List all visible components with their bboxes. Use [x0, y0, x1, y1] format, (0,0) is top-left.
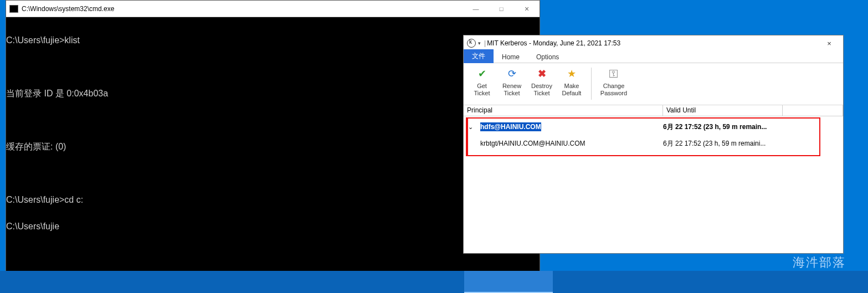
title-separator: |: [484, 39, 486, 47]
minimize-button[interactable]: —: [463, 1, 489, 17]
desktop-watermark: 海汼部落: [793, 254, 846, 271]
taskbar[interactable]: [0, 271, 868, 293]
maximize-button[interactable]: □: [489, 1, 514, 17]
console-line: 缓存的票证: (0): [6, 142, 540, 151]
get-ticket-button[interactable]: ✔ Get Ticket: [468, 66, 496, 97]
column-principal[interactable]: Principal: [464, 105, 663, 116]
btn-label-l1: Destroy: [531, 83, 552, 90]
cmd-titlebar[interactable]: C:\Windows\system32\cmd.exe — □ ×: [6, 1, 540, 17]
console-line: [6, 116, 540, 125]
btn-label-l2: Default: [562, 90, 582, 97]
toolbar-separator: [591, 68, 592, 100]
tab-options[interactable]: Options: [528, 51, 567, 63]
renew-ticket-button[interactable]: ⟳ Renew Ticket: [498, 66, 526, 97]
ticket-principal: hdfs@HAINIU.COM: [480, 122, 541, 131]
console-line: 当前登录 ID 是 0:0x4b03a: [6, 89, 540, 98]
refresh-icon: ⟳: [505, 66, 519, 81]
taskbar-app-button[interactable]: [464, 271, 553, 293]
column-valid[interactable]: Valid Until: [663, 105, 783, 116]
delete-icon: ✖: [535, 66, 549, 81]
console-line: C:\Users\fujie: [6, 222, 540, 231]
btn-label-l1: Make: [564, 83, 579, 90]
btn-label-l2: Password: [600, 90, 627, 97]
console-line: [6, 169, 540, 178]
ticket-get-icon: ✔: [475, 66, 489, 81]
cmd-title: C:\Windows\system32\cmd.exe: [22, 5, 463, 13]
btn-label-l2: Ticket: [474, 90, 490, 97]
ticket-valid: 6月 22 17:52 (23 h, 59 m remain...: [663, 122, 807, 132]
btn-label-l1: Get: [477, 83, 487, 90]
kerberos-app-icon: [467, 39, 476, 48]
btn-label-l1: Renew: [502, 83, 521, 90]
btn-label-l1: Change: [603, 83, 625, 90]
console-output[interactable]: C:\Users\fujie>klist 当前登录 ID 是 0:0x4b03a…: [6, 17, 540, 293]
ribbon-tabs: 文件 Home Options: [464, 51, 843, 63]
ticket-columns: Principal Valid Until: [464, 105, 843, 116]
tab-file[interactable]: 文件: [464, 49, 494, 63]
ticket-principal: krbtgt/HAINIU.COM@HAINIU.COM: [480, 140, 585, 147]
cmd-icon: [9, 5, 18, 13]
console-line: C:\Users\fujie>klist: [6, 36, 540, 45]
close-button[interactable]: ×: [514, 1, 540, 17]
column-empty[interactable]: [783, 105, 843, 116]
star-icon: ★: [564, 66, 579, 81]
ticket-row[interactable]: ⌄ hdfs@HAINIU.COM 6月 22 17:52 (23 h, 59 …: [464, 119, 843, 135]
close-button[interactable]: ×: [816, 36, 842, 50]
quick-access-dropdown-icon[interactable]: ▾: [478, 40, 481, 46]
console-line: [6, 249, 540, 258]
btn-label-l2: Ticket: [534, 90, 550, 97]
tab-home[interactable]: Home: [494, 51, 528, 63]
kerberos-window: ▾ | MIT Kerberos - Monday, June 21, 2021…: [463, 35, 844, 254]
kerberos-titlebar[interactable]: ▾ | MIT Kerberos - Monday, June 21, 2021…: [464, 35, 843, 51]
btn-label-l2: Ticket: [504, 90, 520, 97]
kerberos-title: MIT Kerberos - Monday, June 21, 2021 17:…: [487, 39, 620, 47]
expand-icon[interactable]: ⌄: [464, 124, 477, 131]
console-line: [6, 63, 540, 71]
cmd-window: C:\Windows\system32\cmd.exe — □ × C:\Use…: [6, 0, 540, 290]
make-default-button[interactable]: ★ Make Default: [558, 66, 585, 97]
ticket-valid: 6月 22 17:52 (23 h, 59 m remaini...: [663, 139, 807, 148]
keys-icon: ⚿: [607, 66, 621, 81]
console-line: C:\Users\fujie>cd c:: [6, 196, 540, 204]
ticket-row[interactable]: krbtgt/HAINIU.COM@HAINIU.COM 6月 22 17:52…: [464, 135, 843, 152]
change-password-button[interactable]: ⚿ Change Password: [597, 66, 630, 97]
destroy-ticket-button[interactable]: ✖ Destroy Ticket: [528, 66, 556, 97]
ticket-list: ⌄ hdfs@HAINIU.COM 6月 22 17:52 (23 h, 59 …: [464, 116, 843, 154]
ribbon-toolbar: ✔ Get Ticket ⟳ Renew Ticket ✖ Destroy Ti…: [464, 63, 843, 105]
